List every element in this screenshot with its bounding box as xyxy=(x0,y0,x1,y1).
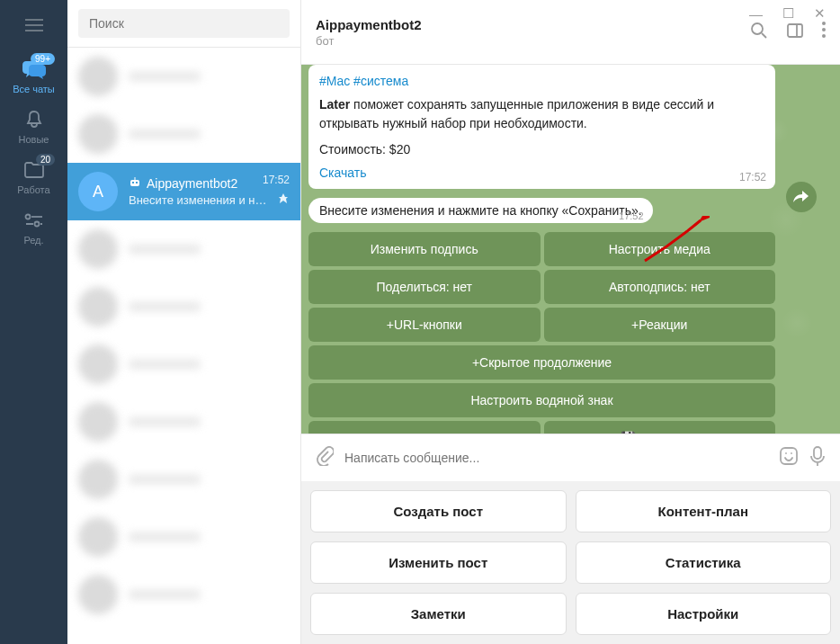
annotation-arrow xyxy=(638,216,710,270)
chat-row[interactable] xyxy=(67,220,300,278)
chat-body[interactable]: #Mac #система Later поможет сохранять за… xyxy=(301,65,840,434)
chat-row[interactable] xyxy=(67,278,300,335)
message-tags[interactable]: #Mac #система xyxy=(319,74,764,88)
message-composer xyxy=(301,434,840,481)
minimize-icon[interactable]: — xyxy=(749,6,763,22)
kb-autosign[interactable]: Автоподпись: нет xyxy=(544,270,776,304)
kb-edit-post[interactable]: Изменить пост xyxy=(310,541,567,584)
reply-keyboard: Создать пост Контент-план Изменить пост … xyxy=(301,481,840,644)
attach-icon[interactable] xyxy=(316,446,334,470)
rail-new[interactable]: Новые xyxy=(0,100,67,150)
svg-rect-11 xyxy=(814,447,821,459)
rail-edit[interactable]: Ред. xyxy=(0,201,67,251)
svg-rect-10 xyxy=(781,448,797,464)
chat-list[interactable]: A Aippaymentbot2 Внесите изменения и н… … xyxy=(67,48,300,644)
prompt-time: 17:52 xyxy=(619,210,644,221)
kb-url-buttons[interactable]: + URL-кнопки xyxy=(308,308,541,342)
forward-button[interactable] xyxy=(786,182,817,212)
message-price: Стоимость: $20 xyxy=(319,142,764,157)
svg-rect-4 xyxy=(136,182,138,183)
nav-rail: 99+ Все чаты Новые 20 Работа Ред. xyxy=(0,0,67,644)
rail-all-chats[interactable]: 99+ Все чаты xyxy=(0,49,67,100)
chat-row[interactable] xyxy=(67,508,300,566)
kb-edit-caption[interactable]: Изменить подпись xyxy=(308,232,541,266)
chat-main: Aippaymentbot2 бот #Mac #система Later п… xyxy=(301,0,840,644)
svg-point-9 xyxy=(822,34,826,38)
chat-preview: Внесите изменения и н… xyxy=(129,193,266,207)
search-bar xyxy=(67,0,300,48)
message-card[interactable]: #Mac #система Later поможет сохранять за… xyxy=(308,65,775,189)
kb-content-plan[interactable]: Контент-план xyxy=(576,490,832,532)
menu-button[interactable] xyxy=(0,0,67,49)
kb-create-post[interactable]: Создать пост xyxy=(310,490,567,532)
download-link[interactable]: Скачать xyxy=(319,165,764,180)
chat-row[interactable] xyxy=(67,451,300,508)
kb-reactions[interactable]: + Реакции xyxy=(544,308,776,342)
work-badge: 20 xyxy=(36,154,55,165)
svg-point-8 xyxy=(822,28,826,31)
prompt-message[interactable]: Внесите изменения и нажмите на кнопку «С… xyxy=(308,198,653,223)
svg-rect-3 xyxy=(132,182,134,183)
kb-watermark[interactable]: Настроить водяной знак xyxy=(308,383,775,417)
kb-settings[interactable]: Настройки xyxy=(576,593,832,635)
chat-title: Aippaymentbot2 xyxy=(316,17,750,32)
pin-icon xyxy=(277,192,290,208)
chat-row[interactable] xyxy=(67,566,300,623)
kb-hidden[interactable]: + Скрытое продолжение xyxy=(308,345,775,380)
all-chats-badge: 99+ xyxy=(31,53,55,65)
bell-icon xyxy=(25,109,43,130)
kb-stats[interactable]: Статистика xyxy=(576,541,832,584)
chat-row[interactable] xyxy=(67,393,300,451)
chat-row[interactable] xyxy=(67,105,300,163)
rail-label: Новые xyxy=(19,134,49,145)
svg-point-0 xyxy=(25,215,30,219)
chat-row[interactable] xyxy=(67,48,300,105)
bot-icon xyxy=(129,176,141,191)
message-time: 17:52 xyxy=(739,171,766,183)
message-body: Later поможет сохранять запущенные прило… xyxy=(319,95,764,133)
rail-label: Работа xyxy=(17,184,49,195)
kb-save[interactable]: 💾 Сохранить xyxy=(544,421,776,434)
mic-icon[interactable] xyxy=(809,445,826,470)
chat-time: 17:52 xyxy=(263,174,290,186)
message-input[interactable] xyxy=(344,451,768,465)
rail-work[interactable]: 20 Работа xyxy=(0,150,67,201)
kb-notes[interactable]: Заметки xyxy=(310,593,567,635)
chat-row[interactable] xyxy=(67,335,300,393)
svg-rect-2 xyxy=(130,180,139,186)
emoji-icon[interactable] xyxy=(779,446,799,470)
chat-name: Aippaymentbot2 xyxy=(147,176,237,191)
rail-label: Все чаты xyxy=(13,84,55,94)
chat-row-selected[interactable]: A Aippaymentbot2 Внесите изменения и н… … xyxy=(67,163,300,220)
inline-keyboard: Изменить подпись Настроить медиа Поделит… xyxy=(308,232,775,434)
search-input[interactable] xyxy=(78,9,290,38)
kb-share[interactable]: Поделиться: нет xyxy=(308,270,541,304)
edit-icon xyxy=(24,210,44,231)
window-controls: — ☐ ✕ xyxy=(749,0,840,27)
kb-setup-media[interactable]: Настроить медиа xyxy=(544,232,776,266)
rail-label: Ред. xyxy=(23,235,43,246)
chat-list-panel: A Aippaymentbot2 Внесите изменения и н… … xyxy=(67,0,301,644)
chat-subtitle: бот xyxy=(316,34,750,48)
kb-cancel[interactable]: « Отменить xyxy=(308,421,541,434)
close-icon[interactable]: ✕ xyxy=(814,5,826,22)
svg-point-1 xyxy=(34,222,39,227)
avatar: A xyxy=(78,172,118,211)
maximize-icon[interactable]: ☐ xyxy=(782,5,794,22)
